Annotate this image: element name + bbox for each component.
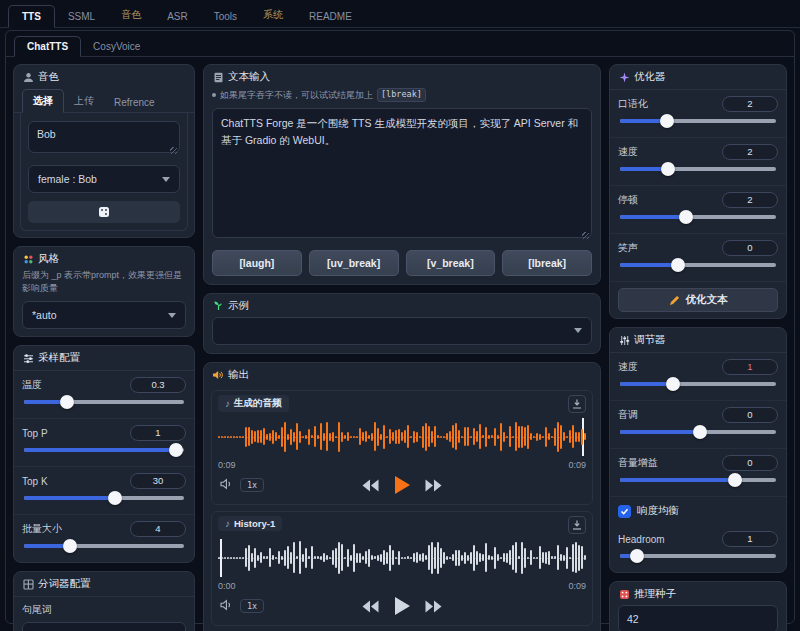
volume-icon[interactable] bbox=[220, 597, 234, 615]
slider-value-input[interactable]: 0 bbox=[722, 407, 778, 423]
slider-value-input[interactable]: 4 bbox=[130, 521, 186, 537]
tab-ssml[interactable]: SSML bbox=[55, 6, 108, 27]
loudness-eq-checkbox[interactable] bbox=[618, 505, 631, 518]
slider-handle[interactable] bbox=[630, 549, 644, 563]
slider-track[interactable] bbox=[24, 400, 184, 404]
insert-v-break-button[interactable]: [v_break] bbox=[406, 250, 496, 276]
slider-handle[interactable] bbox=[661, 162, 675, 176]
download-button[interactable] bbox=[568, 395, 586, 413]
tab-asr[interactable]: ASR bbox=[154, 6, 201, 27]
rewind-button[interactable] bbox=[362, 599, 379, 617]
slider-track[interactable] bbox=[620, 430, 776, 434]
tab-voice[interactable]: 音色 bbox=[108, 3, 154, 27]
slider-track[interactable] bbox=[620, 382, 776, 386]
volume-icon[interactable] bbox=[220, 476, 234, 494]
speaker-tab-reference[interactable]: Refrence bbox=[104, 93, 165, 112]
slider-track[interactable] bbox=[620, 478, 776, 482]
speaker-person-icon bbox=[22, 71, 34, 83]
slider-handle[interactable] bbox=[660, 114, 674, 128]
speaker-random-button[interactable] bbox=[28, 201, 180, 223]
slider-value-input[interactable]: 0 bbox=[722, 455, 778, 471]
insert-uv-break-button[interactable]: [uv_break] bbox=[309, 250, 399, 276]
download-button[interactable] bbox=[568, 516, 586, 534]
loudness-eq-row: 响度均衡 bbox=[610, 496, 786, 525]
slider-handle[interactable] bbox=[728, 473, 742, 487]
slider-value-input[interactable]: 2 bbox=[722, 144, 778, 160]
slider-row-top-p: Top P 1 bbox=[14, 418, 194, 466]
slider-label: 音调 bbox=[618, 408, 638, 422]
slider-track[interactable] bbox=[24, 448, 184, 452]
speaker-tab-upload[interactable]: 上传 bbox=[64, 90, 104, 112]
rewind-button[interactable] bbox=[362, 478, 379, 496]
slider-value-input[interactable]: 1 bbox=[722, 359, 778, 375]
refine-text-button[interactable]: 优化文本 bbox=[618, 288, 778, 312]
slider-track[interactable] bbox=[620, 554, 776, 558]
speaker-tab-select[interactable]: 选择 bbox=[22, 89, 64, 113]
slider-handle[interactable] bbox=[666, 377, 680, 391]
playback-speed-button[interactable]: 1x bbox=[240, 478, 264, 492]
waveform[interactable] bbox=[218, 416, 586, 458]
play-button[interactable] bbox=[393, 475, 411, 499]
speaker-voice-dropdown[interactable]: female : Bob bbox=[28, 165, 180, 193]
speaker-name-input[interactable]: Bob bbox=[28, 121, 180, 153]
slider-handle[interactable] bbox=[169, 443, 183, 457]
slider-handle[interactable] bbox=[60, 395, 74, 409]
tab-tools[interactable]: Tools bbox=[201, 6, 250, 27]
slider-handle[interactable] bbox=[671, 258, 685, 272]
play-button[interactable] bbox=[393, 596, 411, 620]
waveform[interactable] bbox=[218, 537, 586, 579]
playback-speed-button[interactable]: 1x bbox=[240, 599, 264, 613]
slider-track[interactable] bbox=[24, 496, 184, 500]
slider-track[interactable] bbox=[620, 119, 776, 123]
tab-readme[interactable]: README bbox=[296, 6, 365, 27]
slider-handle[interactable] bbox=[108, 491, 122, 505]
tab-tts[interactable]: TTS bbox=[8, 5, 55, 28]
slider-handle[interactable] bbox=[693, 425, 707, 439]
sampling-card: 采样配置 温度 0.3 Top P 1 bbox=[13, 345, 195, 563]
refine-text-label: 优化文本 bbox=[686, 293, 728, 307]
slider-track[interactable] bbox=[620, 167, 776, 171]
slider-value-input[interactable]: 2 bbox=[722, 96, 778, 112]
writing-hand-icon bbox=[669, 294, 681, 306]
seed-input[interactable] bbox=[618, 605, 778, 631]
slider-row-oral: 口语化 2 bbox=[610, 90, 786, 137]
examples-card: 示例 bbox=[203, 293, 601, 354]
optimizer-card-title: 优化器 bbox=[634, 70, 666, 84]
forward-button[interactable] bbox=[425, 599, 442, 617]
audio-label: 生成的音频 bbox=[234, 397, 282, 410]
examples-dropdown[interactable] bbox=[212, 317, 592, 345]
slider-value-input[interactable]: 1 bbox=[722, 531, 778, 547]
time-current: 0:00 bbox=[218, 581, 236, 591]
eos-word-input[interactable]: [uv_break] bbox=[22, 622, 186, 631]
slider-value-input[interactable]: 0.3 bbox=[130, 377, 186, 393]
style-dropdown[interactable]: *auto bbox=[22, 301, 186, 329]
insert-lbreak-button[interactable]: [lbreak] bbox=[502, 250, 592, 276]
speaker-voice-value: female : Bob bbox=[38, 173, 162, 185]
tab-cosyvoice[interactable]: CosyVoice bbox=[81, 37, 152, 56]
slider-track[interactable] bbox=[24, 544, 184, 548]
slider-label: Headroom bbox=[618, 534, 665, 545]
top-tab-bar: TTS SSML 音色 ASR Tools 系统 README bbox=[0, 0, 800, 28]
speaker-loud-icon bbox=[212, 369, 224, 381]
slider-handle[interactable] bbox=[679, 210, 693, 224]
slider-value-input[interactable]: 0 bbox=[722, 240, 778, 256]
slider-row-temperature: 温度 0.3 bbox=[14, 371, 194, 418]
tab-system[interactable]: 系统 bbox=[250, 3, 296, 27]
tab-chattts[interactable]: ChatTTS bbox=[14, 36, 81, 57]
tts-text-input[interactable]: ChatTTS Forge 是一个围绕 TTS 生成模型开发的项目，实现了 AP… bbox=[212, 108, 592, 238]
forward-button[interactable] bbox=[425, 478, 442, 496]
sparkle-icon bbox=[618, 71, 630, 83]
slider-value-input[interactable]: 30 bbox=[130, 473, 186, 489]
slider-value-input[interactable]: 1 bbox=[130, 425, 186, 441]
insert-laugh-button[interactable]: [laugh] bbox=[212, 250, 302, 276]
slider-label: 批量大小 bbox=[22, 522, 62, 536]
engine-tab-bar: ChatTTS CosyVoice bbox=[6, 31, 794, 57]
slider-handle[interactable] bbox=[63, 539, 77, 553]
slider-row-top-k: Top K 30 bbox=[14, 466, 194, 514]
slider-value-input[interactable]: 2 bbox=[722, 192, 778, 208]
slider-track[interactable] bbox=[620, 215, 776, 219]
slider-row-break: 停顿 2 bbox=[610, 185, 786, 233]
style-card: 风格 后缀为 _p 表示带prompt，效果更强但是影响质量 *auto bbox=[13, 246, 195, 337]
eos-word-label: 句尾词 bbox=[22, 603, 186, 617]
slider-track[interactable] bbox=[620, 263, 776, 267]
